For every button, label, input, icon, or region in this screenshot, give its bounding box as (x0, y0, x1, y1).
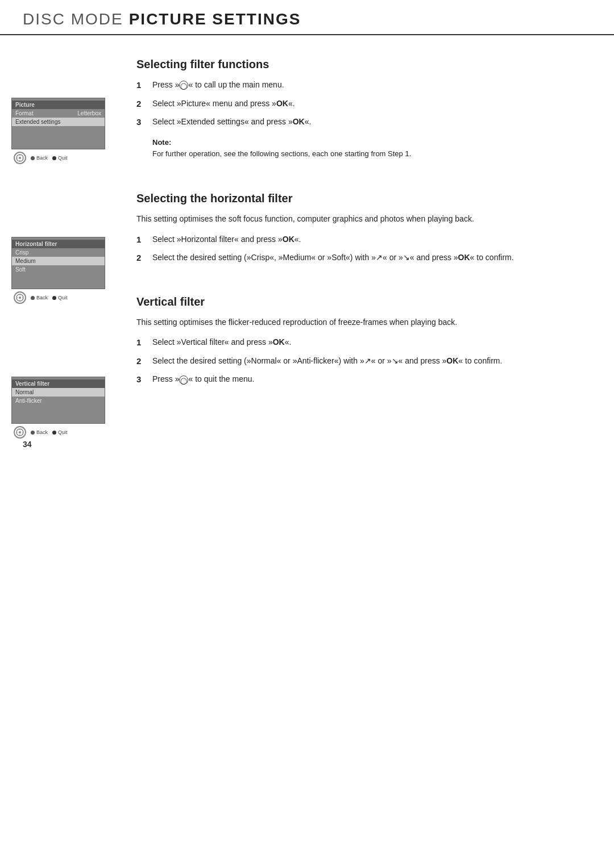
horizontal-menu-footer: Back Quit (11, 291, 108, 304)
quit-button-2: Quit (52, 295, 68, 301)
soft-label: Soft (15, 266, 26, 273)
antiflicker-row: Anti-flicker (12, 397, 105, 405)
note-box: Note: For further operation, see the fol… (152, 138, 583, 160)
picture-menu-footer: Back Quit (11, 152, 108, 164)
back-label-3: Back (36, 429, 48, 435)
vertical-filter-steps: 1 Select »Vertical filter« and press »OK… (136, 336, 583, 386)
back-label: Back (36, 155, 48, 161)
step-text-3-2: Select the desired setting (»Normal« or … (152, 355, 583, 368)
content-area: Selecting filter functions 1 Press »◯« t… (119, 47, 614, 443)
back-button-3: Back (31, 429, 48, 435)
step-num-3-1: 1 (136, 336, 147, 349)
vertical-menu-title: Vertical filter (12, 379, 105, 388)
vertical-filter-para: This setting optimises the flicker-reduc… (136, 316, 583, 329)
back-dot (31, 156, 35, 160)
note-label: Note: (152, 138, 583, 147)
vertical-menu-icon (14, 426, 26, 439)
step-num-3-2: 2 (136, 355, 147, 368)
step-text-3-1: Select »Vertical filter« and press »OK«. (152, 336, 583, 349)
normal-row: Normal (12, 388, 105, 397)
svg-point-13 (19, 431, 21, 433)
step-1-3: 3 Select »Extended settings« and press »… (136, 116, 583, 129)
step-text-2-2: Select the desired setting (»Crisp«, »Me… (152, 252, 583, 265)
note-text: For further operation, see the following… (152, 148, 583, 160)
step-num-2: 2 (136, 98, 147, 111)
step-2-1: 1 Select »Horizontal filter« and press »… (136, 233, 583, 247)
back-dot-3 (31, 431, 35, 435)
horizontal-menu-box: Horizontal filter Crisp Medium Soft (11, 237, 105, 289)
step-1-1: 1 Press »◯« to call up the main menu. (136, 79, 583, 92)
main-content: Picture Format Letterbox Extended settin… (0, 35, 614, 466)
step-num-2-1: 1 (136, 233, 147, 247)
page-header: DISC MODE PICTURE SETTINGS (0, 0, 614, 35)
picture-format-row: Format Letterbox (12, 109, 105, 118)
quit-dot (52, 156, 56, 160)
step-text-1: Press »◯« to call up the main menu. (152, 79, 583, 92)
quit-label-3: Quit (58, 429, 68, 435)
filter-functions-title: Selecting filter functions (136, 58, 583, 71)
crisp-row: Crisp (12, 248, 105, 257)
step-2-2: 2 Select the desired setting (»Crisp«, »… (136, 252, 583, 265)
horizontal-filter-steps: 1 Select »Horizontal filter« and press »… (136, 233, 583, 265)
quit-label: Quit (58, 155, 68, 161)
step-3-2: 2 Select the desired setting (»Normal« o… (136, 355, 583, 368)
normal-label: Normal (15, 389, 34, 395)
antiflicker-label: Anti-flicker (15, 398, 42, 404)
back-dot-2 (31, 296, 35, 300)
quit-button-3: Quit (52, 429, 68, 435)
step-3-3: 3 Press »◯« to quit the menu. (136, 373, 583, 386)
horizontal-menu-screenshot: Horizontal filter Crisp Medium Soft (11, 237, 108, 304)
sidebar: Picture Format Letterbox Extended settin… (0, 47, 119, 443)
horizontal-filter-para: This setting optimises the soft focus fu… (136, 213, 583, 226)
vertical-menu-screenshot: Vertical filter Normal Anti-flicker (11, 377, 108, 439)
format-label: Format (15, 110, 34, 116)
extended-label: Extended settings (15, 119, 61, 125)
svg-point-1 (19, 157, 21, 159)
quit-button: Quit (52, 155, 68, 161)
gap-2 (136, 274, 583, 290)
step-3-1: 1 Select »Vertical filter« and press »OK… (136, 336, 583, 349)
step-text-3-3: Press »◯« to quit the menu. (152, 373, 583, 386)
vertical-filter-title: Vertical filter (136, 295, 583, 308)
medium-label: Medium (15, 258, 36, 264)
step-text-2-1: Select »Horizontal filter« and press »OK… (152, 233, 583, 247)
crisp-label: Crisp (15, 249, 28, 256)
filter-functions-steps: 1 Press »◯« to call up the main menu. 2 … (136, 79, 583, 129)
disc-mode-label: DISC MODE (23, 10, 123, 28)
horizontal-menu-title: Horizontal filter (12, 240, 105, 248)
step-num-2-2: 2 (136, 252, 147, 265)
quit-label-2: Quit (58, 295, 68, 301)
step-num-3: 3 (136, 116, 147, 129)
gap-1 (136, 170, 583, 186)
horizontal-menu-icon (14, 291, 26, 304)
soft-row: Soft (12, 265, 105, 274)
step-num-3-3: 3 (136, 373, 147, 386)
picture-menu-screenshot: Picture Format Letterbox Extended settin… (11, 98, 108, 164)
step-1-2: 2 Select »Picture« menu and press »OK«. (136, 98, 583, 111)
page-number: 34 (23, 440, 32, 449)
picture-menu-icon (14, 152, 26, 164)
vertical-menu-footer: Back Quit (11, 426, 108, 439)
svg-point-7 (19, 297, 21, 299)
back-button: Back (31, 155, 48, 161)
page-title: PICTURE SETTINGS (129, 10, 301, 28)
picture-extended-row: Extended settings (12, 118, 105, 126)
back-button-2: Back (31, 295, 48, 301)
step-num-1: 1 (136, 79, 147, 92)
quit-icon: ◯ (179, 375, 188, 385)
back-label-2: Back (36, 295, 48, 301)
step-text-3: Select »Extended settings« and press »OK… (152, 116, 583, 129)
medium-row: Medium (12, 257, 105, 265)
quit-dot-2 (52, 296, 56, 300)
picture-menu-title: Picture (12, 101, 105, 109)
horizontal-filter-title: Selecting the horizontal filter (136, 192, 583, 205)
step-text-2: Select »Picture« menu and press »OK«. (152, 98, 583, 111)
quit-dot-3 (52, 431, 56, 435)
vertical-menu-box: Vertical filter Normal Anti-flicker (11, 377, 105, 424)
menu-icon: ◯ (179, 81, 188, 90)
picture-menu-box: Picture Format Letterbox Extended settin… (11, 98, 105, 149)
format-value: Letterbox (77, 110, 101, 116)
